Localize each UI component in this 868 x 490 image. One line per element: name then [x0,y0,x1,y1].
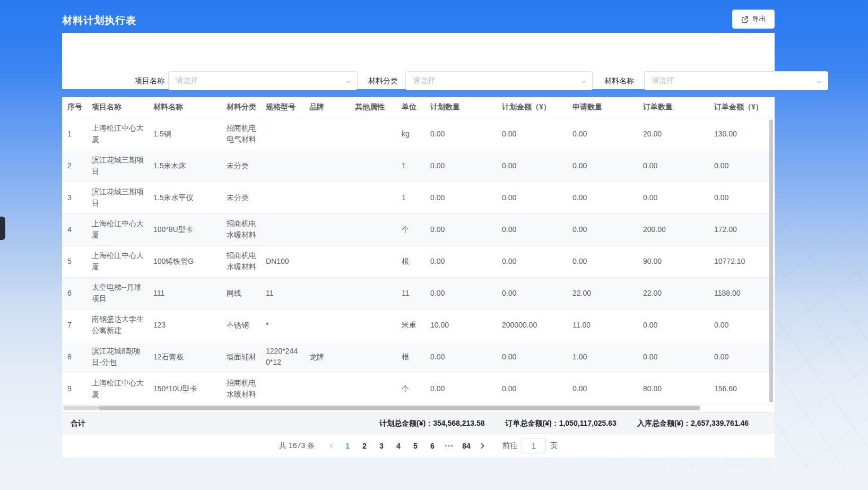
chevron-down-icon [816,78,822,87]
column-header: 单位 [396,97,425,118]
cell-order-amount: 0.00 [709,182,775,213]
cell-material-category: 招商机电电气材料 [221,118,261,150]
cell-other-attrs [350,213,396,245]
column-header: 项目名称 [86,97,148,118]
cell-material-category: 墙面辅材 [221,341,261,373]
prev-page-icon[interactable] [324,439,339,453]
export-button[interactable]: 导出 [732,10,775,29]
horizontal-scrollbar[interactable] [98,406,700,410]
page-button[interactable]: 5 [407,439,424,453]
cell-unit: 11 [396,277,425,309]
chevron-down-icon [345,78,352,87]
cell-brand [304,309,350,341]
cell-material-category: 不锈钢 [221,309,261,341]
cell-applied-qty: 0.00 [567,373,638,405]
material-category-select[interactable]: 请选择 [405,71,593,90]
table-row: 8 滨江花城8期项目-分包 12石膏板 墙面辅材 1220*2440*12 龙牌… [62,341,775,373]
cell-index: 2 [62,150,86,182]
cell-other-attrs [350,373,396,405]
page-ellipsis[interactable]: ··· [441,439,458,453]
column-header: 材料分类 [221,97,261,118]
cell-other-attrs [350,277,396,309]
chevron-down-icon [580,78,587,87]
planned-total-amount: 计划总金额(¥)：354,568,213.58 [379,419,484,428]
cell-order-amount: 1188.00 [709,277,775,309]
goto-page: 前往 页 [502,439,558,453]
cell-applied-qty: 0.00 [567,213,638,245]
goto-page-input[interactable] [522,439,546,453]
page-button[interactable]: 2 [356,439,373,453]
column-header: 计划数量 [425,97,497,118]
select-placeholder: 请选择 [413,76,435,85]
cell-brand [304,373,350,405]
page-title: 材料计划执行表 [62,14,136,28]
cell-planned-qty: 0.00 [425,245,497,277]
cell-other-attrs [350,182,396,213]
cell-material-name: 100铸铁管G [148,245,221,277]
cell-spec-model [261,150,304,182]
goto-label: 前往 [502,441,517,451]
project-name-select[interactable]: 请选择 [168,71,358,90]
cell-index: 4 [62,213,86,245]
cell-brand [304,150,350,182]
cell-project-name: 太空电梯--月球项目 [86,277,148,309]
cell-unit: 根 [396,245,425,277]
cell-order-amount: 172.00 [709,213,775,245]
cell-index: 8 [62,341,86,373]
cell-order-qty: 0.00 [638,309,709,341]
materials-table-panel: 序号项目名称材料名称材料分类规格型号品牌其他属性单位计划数量计划金额（¥）申请数… [62,97,775,412]
cell-spec-model [261,373,304,405]
vertical-scrollbar[interactable] [769,119,773,402]
cell-material-category: 未分类 [221,182,261,213]
cell-material-name: 150*10U型卡 [148,373,221,405]
sidebar-collapse-handle[interactable] [0,217,5,240]
column-header: 规格型号 [261,97,304,118]
cell-order-qty: 0.00 [638,182,709,213]
horizontal-scrollbar-track[interactable] [63,406,98,410]
cell-spec-model: 11 [261,277,304,309]
column-header: 其他属性 [350,97,396,118]
cell-planned-qty: 10.00 [425,309,497,341]
table-row: 4 上海松江中心大厦 100*8U型卡 招商机电水暖材料 个 0.00 0.00… [62,213,775,245]
cell-spec-model [261,213,304,245]
cell-index: 1 [62,118,86,150]
cell-planned-qty: 0.00 [425,182,497,213]
export-icon [741,15,749,23]
page-button[interactable]: 3 [373,439,390,453]
cell-unit: 根 [396,341,425,373]
next-page-icon[interactable] [475,439,490,453]
cell-order-qty: 200.00 [638,213,709,245]
cell-spec-model [261,182,304,213]
cell-project-name: 滨江花城8期项目-分包 [86,341,148,373]
cell-unit: 个 [396,373,425,405]
material-name-select[interactable]: 请选择 [644,71,828,90]
page-button[interactable]: 4 [390,439,407,453]
top-bar: 材料计划执行表 导出 [0,0,868,33]
cell-order-amount: 0.00 [709,341,775,373]
page-button[interactable]: 6 [424,439,441,453]
cell-project-name: 上海松江中心大厦 [86,245,148,277]
column-header: 序号 [62,97,86,118]
cell-brand [304,213,350,245]
filter-label-material: 材料名称 [604,71,634,90]
cell-index: 7 [62,309,86,341]
page-button[interactable]: 1 [339,439,356,453]
cell-planned-amount: 200000.00 [497,309,567,341]
cell-project-name: 南钢盛达大学生公寓新建 [86,309,148,341]
summary-bar: 合计 计划总金额(¥)：354,568,213.58 订单总金额(¥)：1,05… [62,412,775,434]
column-header: 品牌 [304,97,350,118]
cell-applied-qty: 22.00 [567,277,638,309]
cell-material-name: 123 [148,309,221,341]
cell-applied-qty: 1.00 [567,341,638,373]
cell-order-qty: 0.00 [638,341,709,373]
cell-index: 6 [62,277,86,309]
page-button[interactable]: 84 [458,439,475,453]
cell-applied-qty: 11.00 [567,309,638,341]
cell-planned-amount: 0.00 [497,373,567,405]
column-header: 订单金额（¥） [709,97,775,118]
cell-order-qty: 0.00 [638,150,709,182]
cell-planned-amount: 0.00 [497,182,567,213]
page-number-list: 123456···84 [339,439,475,453]
cell-planned-qty: 0.00 [425,373,497,405]
select-placeholder: 请选择 [176,76,198,85]
